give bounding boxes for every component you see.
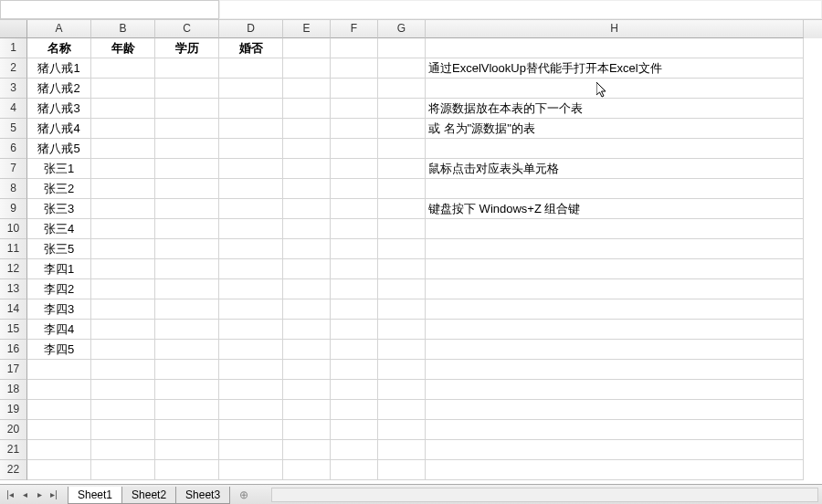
cell-H16[interactable] bbox=[426, 340, 804, 360]
tab-first-button[interactable]: |◂ bbox=[4, 488, 16, 502]
row-header-12[interactable]: 12 bbox=[0, 259, 27, 279]
cell-C10[interactable] bbox=[155, 219, 219, 239]
row-header-22[interactable]: 22 bbox=[0, 460, 27, 480]
cell-A8[interactable]: 张三2 bbox=[27, 179, 91, 199]
cell-G5[interactable] bbox=[378, 119, 426, 139]
column-header-H[interactable]: H bbox=[426, 20, 804, 38]
cell-F18[interactable] bbox=[331, 380, 378, 400]
cell-D1[interactable]: 婚否 bbox=[219, 38, 283, 58]
column-header-D[interactable]: D bbox=[219, 20, 283, 38]
cell-D3[interactable] bbox=[219, 79, 283, 99]
cell-H15[interactable] bbox=[426, 320, 804, 340]
cell-H1[interactable] bbox=[426, 38, 804, 58]
select-all-corner[interactable] bbox=[0, 20, 27, 38]
cell-E15[interactable] bbox=[283, 320, 331, 340]
cell-G12[interactable] bbox=[378, 259, 426, 279]
cell-B20[interactable] bbox=[91, 420, 155, 440]
cell-F12[interactable] bbox=[331, 259, 378, 279]
cell-G1[interactable] bbox=[378, 38, 426, 58]
cell-G9[interactable] bbox=[378, 199, 426, 219]
cell-E2[interactable] bbox=[283, 58, 331, 79]
cell-H13[interactable] bbox=[426, 279, 804, 299]
cell-D8[interactable] bbox=[219, 179, 283, 199]
cell-C13[interactable] bbox=[155, 279, 219, 299]
cell-H21[interactable] bbox=[426, 440, 804, 460]
cell-E17[interactable] bbox=[283, 360, 331, 380]
cell-E5[interactable] bbox=[283, 119, 331, 139]
cell-E4[interactable] bbox=[283, 99, 331, 119]
cell-D4[interactable] bbox=[219, 99, 283, 119]
cell-E7[interactable] bbox=[283, 159, 331, 179]
cell-E16[interactable] bbox=[283, 340, 331, 360]
cell-B1[interactable]: 年龄 bbox=[91, 38, 155, 58]
cell-H10[interactable] bbox=[426, 219, 804, 239]
cell-F17[interactable] bbox=[331, 360, 378, 380]
row-header-17[interactable]: 17 bbox=[0, 360, 27, 380]
cell-G15[interactable] bbox=[378, 320, 426, 340]
cell-G4[interactable] bbox=[378, 99, 426, 119]
cell-A14[interactable]: 李四3 bbox=[27, 299, 91, 320]
cell-F5[interactable] bbox=[331, 119, 378, 139]
row-header-2[interactable]: 2 bbox=[0, 58, 27, 79]
cell-B13[interactable] bbox=[91, 279, 155, 299]
cell-C17[interactable] bbox=[155, 360, 219, 380]
cell-F7[interactable] bbox=[331, 159, 378, 179]
cell-F8[interactable] bbox=[331, 179, 378, 199]
cell-G20[interactable] bbox=[378, 420, 426, 440]
sheet-tab-sheet3[interactable]: Sheet3 bbox=[175, 487, 230, 504]
cell-G6[interactable] bbox=[378, 139, 426, 159]
row-header-19[interactable]: 19 bbox=[0, 400, 27, 420]
cell-C7[interactable] bbox=[155, 159, 219, 179]
cell-A5[interactable]: 猪八戒4 bbox=[27, 119, 91, 139]
cell-H2[interactable]: 通过ExcelVlookUp替代能手打开本Excel文件 bbox=[426, 58, 804, 79]
cell-C6[interactable] bbox=[155, 139, 219, 159]
cell-H6[interactable] bbox=[426, 139, 804, 159]
cell-D10[interactable] bbox=[219, 219, 283, 239]
cell-F3[interactable] bbox=[331, 79, 378, 99]
row-header-21[interactable]: 21 bbox=[0, 440, 27, 460]
cell-B2[interactable] bbox=[91, 58, 155, 79]
cell-C12[interactable] bbox=[155, 259, 219, 279]
cell-G17[interactable] bbox=[378, 360, 426, 380]
row-header-4[interactable]: 4 bbox=[0, 99, 27, 119]
tab-prev-button[interactable]: ◂ bbox=[18, 488, 31, 502]
cell-E19[interactable] bbox=[283, 400, 331, 420]
row-header-7[interactable]: 7 bbox=[0, 159, 27, 179]
cell-A2[interactable]: 猪八戒1 bbox=[27, 58, 91, 79]
cell-F10[interactable] bbox=[331, 219, 378, 239]
cell-H12[interactable] bbox=[426, 259, 804, 279]
cell-A17[interactable] bbox=[27, 360, 91, 380]
cell-D12[interactable] bbox=[219, 259, 283, 279]
cell-C15[interactable] bbox=[155, 320, 219, 340]
cell-H4[interactable]: 将源数据放在本表的下一个表 bbox=[426, 99, 804, 119]
cell-G7[interactable] bbox=[378, 159, 426, 179]
row-header-13[interactable]: 13 bbox=[0, 279, 27, 299]
cell-H19[interactable] bbox=[426, 400, 804, 420]
cell-D14[interactable] bbox=[219, 299, 283, 320]
cell-B22[interactable] bbox=[91, 460, 155, 480]
tab-next-button[interactable]: ▸ bbox=[33, 488, 46, 502]
cell-G13[interactable] bbox=[378, 279, 426, 299]
cell-F16[interactable] bbox=[331, 340, 378, 360]
cell-B3[interactable] bbox=[91, 79, 155, 99]
cell-A10[interactable]: 张三4 bbox=[27, 219, 91, 239]
cell-C3[interactable] bbox=[155, 79, 219, 99]
cell-E6[interactable] bbox=[283, 139, 331, 159]
cell-B11[interactable] bbox=[91, 239, 155, 259]
cell-D7[interactable] bbox=[219, 159, 283, 179]
cell-D22[interactable] bbox=[219, 460, 283, 480]
row-header-9[interactable]: 9 bbox=[0, 199, 27, 219]
column-header-B[interactable]: B bbox=[91, 20, 155, 38]
cell-F2[interactable] bbox=[331, 58, 378, 79]
column-header-F[interactable]: F bbox=[331, 20, 378, 38]
cell-D16[interactable] bbox=[219, 340, 283, 360]
insert-sheet-button[interactable]: ⊕ bbox=[235, 488, 253, 502]
row-header-18[interactable]: 18 bbox=[0, 380, 27, 400]
column-header-E[interactable]: E bbox=[283, 20, 331, 38]
cell-D15[interactable] bbox=[219, 320, 283, 340]
cell-G18[interactable] bbox=[378, 380, 426, 400]
tab-last-button[interactable]: ▸| bbox=[47, 488, 60, 502]
row-header-3[interactable]: 3 bbox=[0, 79, 27, 99]
cell-E11[interactable] bbox=[283, 239, 331, 259]
cell-C18[interactable] bbox=[155, 380, 219, 400]
